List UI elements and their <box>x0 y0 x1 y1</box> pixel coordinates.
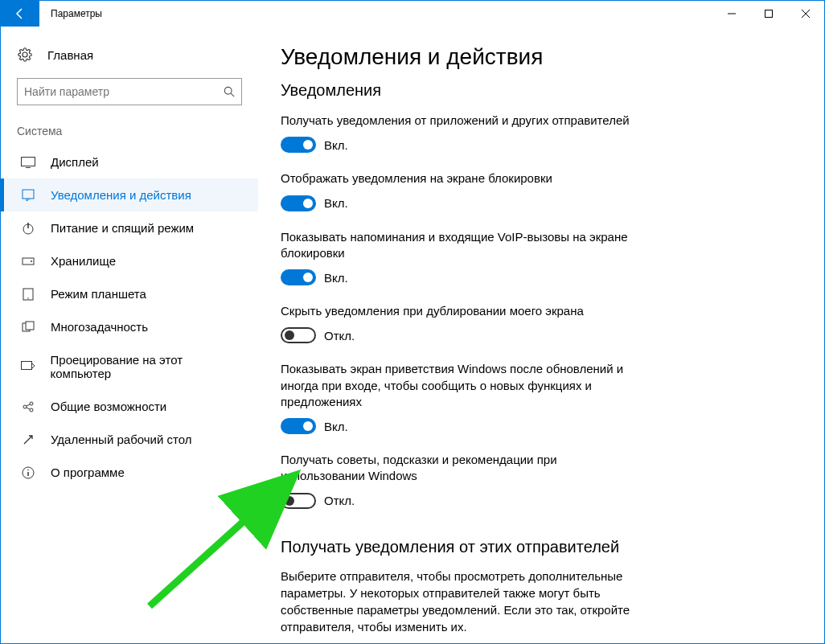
sidebar-item-storage[interactable]: Хранилище <box>1 244 258 277</box>
toggle-lockscreen-notifications: Отображать уведомления на экране блокиро… <box>281 170 792 211</box>
toggle-state: Откл. <box>324 329 355 343</box>
remote-icon <box>20 433 36 446</box>
sidebar-item-label: Проецирование на этот компьютер <box>51 353 242 380</box>
title-drag-area[interactable] <box>102 1 713 27</box>
svg-line-22 <box>27 408 30 409</box>
sidebar-item-projecting[interactable]: Проецирование на этот компьютер <box>1 343 258 390</box>
arrow-left-icon <box>14 7 27 20</box>
toggle-state: Вкл. <box>324 196 348 210</box>
sidebar-item-label: Питание и спящий режим <box>51 221 194 235</box>
toggle-tips: Получать советы, подсказки и рекомендаци… <box>281 452 792 509</box>
sidebar-item-shared[interactable]: Общие возможности <box>1 390 258 423</box>
back-button[interactable] <box>1 1 39 27</box>
toggle-label: Скрыть уведомления при дублировании моег… <box>281 303 634 319</box>
svg-line-21 <box>27 404 30 406</box>
sidebar-group-header: Система <box>1 125 258 146</box>
toggle-welcome-screen: Показывать экран приветствия Windows пос… <box>281 361 792 434</box>
toggle-state: Вкл. <box>324 271 348 285</box>
search-box[interactable] <box>17 78 242 105</box>
gear-icon <box>17 47 33 62</box>
svg-point-20 <box>30 408 33 412</box>
sidebar-item-display[interactable]: Дисплей <box>1 146 258 178</box>
sidebar-item-label: Общие возможности <box>51 400 166 413</box>
minimize-button[interactable] <box>713 1 750 27</box>
window-title: Параметры <box>39 1 102 27</box>
sidebar-item-label: Уведомления и действия <box>51 188 191 202</box>
svg-point-19 <box>30 402 33 405</box>
svg-rect-8 <box>23 190 34 199</box>
toggle-label: Получать уведомления от приложений и дру… <box>281 113 634 129</box>
monitor-icon <box>20 157 36 168</box>
sidebar-item-multitasking[interactable]: Многозадачность <box>1 310 258 343</box>
senders-description: Выберите отправителя, чтобы просмотреть … <box>281 568 651 635</box>
sidebar-item-label: Хранилище <box>51 254 116 268</box>
toggle-state: Вкл. <box>324 138 348 152</box>
sidebar-item-label: Многозадачность <box>51 320 148 334</box>
toggle-label: Получать советы, подсказки и рекомендаци… <box>281 452 634 485</box>
svg-rect-6 <box>22 157 35 166</box>
svg-point-25 <box>27 469 29 470</box>
toggle-voip-lockscreen: Показывать напоминания и входящие VoIP-в… <box>281 229 792 286</box>
toggle-hide-duplication: Скрыть уведомления при дублировании моег… <box>281 303 792 343</box>
sidebar-item-label: Режим планшета <box>51 287 146 301</box>
info-icon <box>20 466 36 479</box>
svg-point-4 <box>224 87 232 94</box>
svg-rect-1 <box>765 10 773 18</box>
svg-point-12 <box>31 260 32 262</box>
maximize-icon <box>765 10 773 18</box>
svg-line-5 <box>231 93 234 96</box>
svg-point-18 <box>23 405 27 408</box>
toggle-label: Показывать экран приветствия Windows пос… <box>281 361 634 410</box>
svg-rect-17 <box>21 362 31 370</box>
close-icon <box>802 10 810 18</box>
share-icon <box>20 400 36 413</box>
multitask-icon <box>20 321 36 334</box>
sidebar-item-label: О программе <box>51 466 125 479</box>
page-title: Уведомления и действия <box>281 44 792 70</box>
main-content: Уведомления и действия Уведомления Получ… <box>258 27 824 643</box>
toggle-switch[interactable] <box>281 195 316 211</box>
project-icon <box>20 361 36 372</box>
sidebar-item-power[interactable]: Питание и спящий режим <box>1 211 258 244</box>
toggle-switch[interactable] <box>281 418 316 434</box>
section-notifications: Уведомления <box>281 81 792 100</box>
storage-icon <box>20 255 36 268</box>
sidebar-item-tablet[interactable]: Режим планшета <box>1 277 258 310</box>
sidebar-item-label: Дисплей <box>51 155 99 169</box>
home-label: Главная <box>47 48 93 62</box>
toggle-switch[interactable] <box>281 137 316 153</box>
toggle-switch[interactable] <box>281 327 316 343</box>
svg-point-14 <box>27 297 29 299</box>
search-icon <box>224 86 235 97</box>
toggle-state: Вкл. <box>324 420 348 433</box>
sidebar-item-notifications[interactable]: Уведомления и действия <box>1 178 258 211</box>
sidebar-item-label: Удаленный рабочий стол <box>51 433 191 446</box>
sidebar: Главная Система Дисплей Уведомления и де… <box>1 27 258 643</box>
toggle-get-notifications: Получать уведомления от приложений и дру… <box>281 113 792 153</box>
toggle-switch[interactable] <box>281 493 316 509</box>
search-input[interactable] <box>24 85 224 98</box>
sidebar-item-remote[interactable]: Удаленный рабочий стол <box>1 423 258 456</box>
section-senders: Получать уведомления от этих отправителе… <box>281 538 792 556</box>
tablet-icon <box>20 288 36 301</box>
maximize-button[interactable] <box>750 1 787 27</box>
toggle-switch[interactable] <box>281 269 316 285</box>
toggle-label: Отображать уведомления на экране блокиро… <box>281 170 634 187</box>
toggle-state: Откл. <box>324 494 355 507</box>
svg-rect-16 <box>26 322 34 330</box>
minimize-icon <box>728 10 736 18</box>
home-nav[interactable]: Главная <box>1 41 258 68</box>
sidebar-item-about[interactable]: О программе <box>1 456 258 489</box>
toggle-label: Показывать напоминания и входящие VoIP-в… <box>281 229 634 262</box>
titlebar: Параметры <box>1 1 824 27</box>
notification-icon <box>20 189 36 202</box>
close-button[interactable] <box>787 1 824 27</box>
power-icon <box>20 222 36 235</box>
